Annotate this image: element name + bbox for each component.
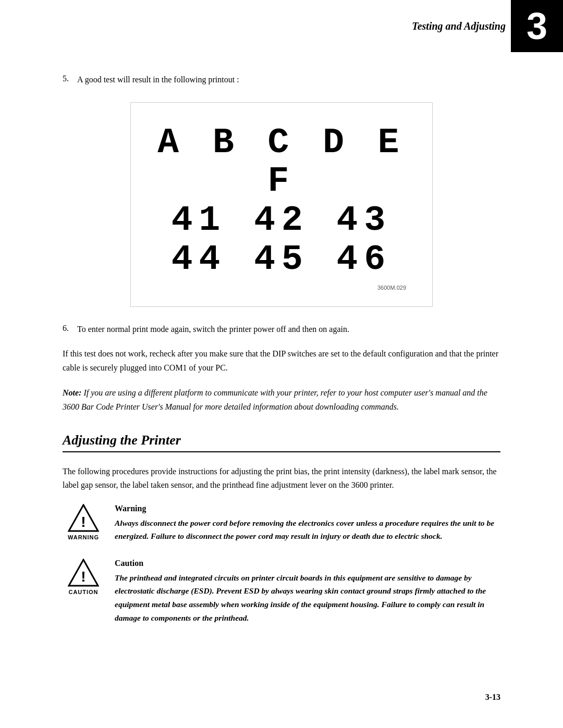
printout-line1: A B C D E F xyxy=(157,124,406,202)
svg-text:!: ! xyxy=(81,514,85,530)
paragraph-1: If this test does not work, recheck afte… xyxy=(63,347,500,375)
step-6: 6. To enter normal print mode again, swi… xyxy=(63,323,500,336)
warning-title: Warning xyxy=(115,504,500,513)
page-number: 3-13 xyxy=(485,693,500,701)
page-container: Testing and Adjusting 3 5. A good test w… xyxy=(0,0,563,728)
chapter-header: Testing and Adjusting 3 xyxy=(412,0,563,52)
note-text: If you are using a different platform to… xyxy=(83,388,487,397)
chapter-number: 3 xyxy=(511,0,563,52)
note-paragraph: Note: If you are using a different platf… xyxy=(63,386,500,414)
warning-icon-area: ! WARNING xyxy=(63,504,104,540)
printout-display: A B C D E F 41 42 43 44 45 46 3600M.029 xyxy=(130,102,433,307)
caution-triangle-icon: ! xyxy=(68,559,99,587)
section-heading: Adjusting the Printer xyxy=(63,433,500,452)
warning-label: WARNING xyxy=(68,534,99,540)
warning-triangle-icon: ! xyxy=(68,504,99,532)
caution-label: CAUTION xyxy=(68,589,98,595)
caution-body: The printhead and integrated circuits on… xyxy=(115,571,500,624)
note-text-3: for more detailed information about down… xyxy=(193,402,399,411)
warning-content: Warning Always disconnect the power cord… xyxy=(115,504,500,543)
printout-line2: 41 42 43 44 45 46 xyxy=(157,201,406,279)
step-6-text: To enter normal print mode again, switch… xyxy=(77,323,349,336)
warning-body: Always disconnect the power cord before … xyxy=(115,516,500,543)
caution-icon-area: ! CAUTION xyxy=(63,559,104,595)
step-5: 5. A good test will result in the follow… xyxy=(63,73,500,87)
caution-block: ! CAUTION Caution The printhead and inte… xyxy=(63,559,500,624)
step-6-number: 6. xyxy=(63,323,69,336)
page-footer: 3-13 xyxy=(485,693,500,702)
caution-content: Caution The printhead and integrated cir… xyxy=(115,559,500,624)
page-header: Testing and Adjusting 3 xyxy=(0,0,563,52)
note-text-2: 3600 Bar Code Printer User's Manual xyxy=(63,402,193,411)
section-intro: The following procedures provide instruc… xyxy=(63,465,500,492)
step-5-text: A good test will result in the following… xyxy=(77,73,239,87)
svg-text:!: ! xyxy=(81,569,85,585)
caution-title: Caution xyxy=(115,559,500,568)
note-label: Note: xyxy=(63,388,83,397)
main-content: 5. A good test will result in the follow… xyxy=(0,73,563,624)
chapter-title: Testing and Adjusting xyxy=(412,20,511,32)
figure-label: 3600M.029 xyxy=(157,285,406,291)
warning-block: ! WARNING Warning Always disconnect the … xyxy=(63,504,500,543)
step-5-number: 5. xyxy=(63,73,69,87)
